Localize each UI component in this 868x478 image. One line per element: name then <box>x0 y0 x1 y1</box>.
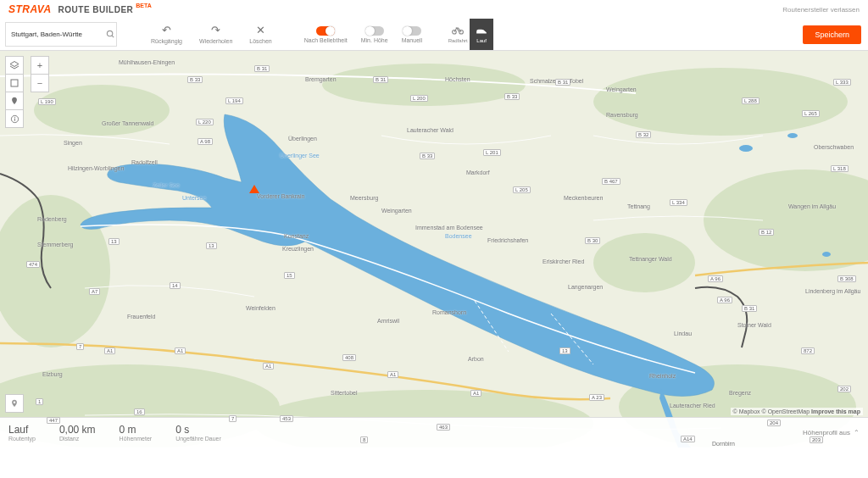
place-label: Überlingen <box>288 136 317 142</box>
place-label: Meckenbeuren <box>564 195 603 201</box>
svg-point-0 <box>107 31 112 36</box>
road-shield: L 220 <box>196 119 214 125</box>
run-label: Lauf <box>476 38 487 43</box>
road-shield: A 96 <box>717 297 732 303</box>
road-shield: L 265 <box>802 110 820 117</box>
manual-toggle[interactable]: Manuell <box>395 26 430 43</box>
layers-button[interactable] <box>5 56 24 75</box>
segments-button[interactable] <box>5 74 24 92</box>
road-shield: A1 <box>104 347 115 354</box>
svg-point-7 <box>593 68 848 136</box>
road-shield: B 33 <box>187 76 203 83</box>
place-label: Konstanz <box>284 233 309 239</box>
place-label: Eriskircher Ried <box>542 258 584 264</box>
road-shield: A 98 <box>198 138 213 145</box>
road-shield: L 333 <box>833 79 851 86</box>
place-label: Lindenberg im Allgäu <box>805 288 860 294</box>
road-shield: 872 <box>801 347 815 354</box>
place-label: Amriswil <box>377 318 399 324</box>
zoom-out-button[interactable]: − <box>31 74 49 92</box>
road-shield: A7 <box>89 288 100 295</box>
locate-button[interactable] <box>5 394 24 412</box>
place-label: Lauteracher Wald <box>407 127 453 133</box>
road-shield: A14 <box>681 436 695 442</box>
map-side-controls <box>5 56 24 127</box>
logo: STRAVA <box>8 3 52 15</box>
place-label: Hilzingen-Worblingen <box>68 165 124 171</box>
road-shield: 15 <box>284 272 295 279</box>
place-label: Markdorf <box>466 170 490 175</box>
place-label: Kreuzlingen <box>282 246 314 252</box>
map-attribution[interactable]: © Mapbox © OpenStreetMap Improve this ma… <box>731 408 863 415</box>
stat-time-value: 0 s <box>175 424 221 436</box>
road-shield: 202 <box>837 386 851 392</box>
sport-bike[interactable]: Radfahrt <box>446 19 470 50</box>
road-shield: B 31 <box>254 65 270 72</box>
beta-badge: BETA <box>136 3 152 8</box>
place-label: Vorderer Bankrain <box>257 193 304 199</box>
redo-button[interactable]: ↷ Wiederholen <box>191 25 241 44</box>
road-shield: A 96 <box>708 275 723 282</box>
road-shield: 447 <box>47 417 60 424</box>
elevation-profile-toggle[interactable]: Höhenprofil aus ⌃ <box>803 429 860 436</box>
place-label: Frauenfeld <box>127 314 155 320</box>
place-label: Immenstad am Bodensee <box>415 225 483 231</box>
place-label: Meersburg <box>350 195 378 201</box>
waypoint-button[interactable] <box>5 92 24 110</box>
road-shield: 204 <box>767 420 781 426</box>
bike-label: Radfahrt <box>448 38 468 43</box>
minelev-label: Min. Höhe <box>361 37 388 43</box>
clear-button[interactable]: ✕ Löschen <box>241 25 280 44</box>
road-shield: B 32 <box>636 131 651 138</box>
place-label: Langenargen <box>568 284 603 290</box>
place-label: Friedrichshafen <box>487 237 528 243</box>
road-shield: 453 <box>280 415 293 422</box>
place-label: Mühlhausen-Ehingen <box>119 59 175 65</box>
stat-type-value: Lauf <box>8 424 36 436</box>
road-shield: 7 <box>76 343 84 350</box>
road-shield: A1 <box>175 347 186 354</box>
road-shield: B 308 <box>837 275 856 282</box>
road-shield: L 288 <box>742 97 760 104</box>
sport-run[interactable]: Lauf <box>470 19 493 50</box>
svg-point-13 <box>593 233 695 292</box>
road-shield: 13 <box>206 242 217 249</box>
undo-button[interactable]: ↶ Rückgängig <box>142 25 191 44</box>
svg-point-14 <box>739 145 753 152</box>
place-label: Rodenberg <box>37 216 67 222</box>
place-label: Elzburg <box>42 371 63 377</box>
search-icon[interactable] <box>105 30 116 39</box>
redo-icon: ↷ <box>211 25 220 36</box>
svg-point-21 <box>14 402 16 404</box>
road-shield: 14 <box>170 282 181 289</box>
road-shield: B 33 <box>504 93 520 100</box>
footer: Lauf Routentyp 0,00 km Distanz 0 m Höhen… <box>0 417 868 447</box>
minelev-toggle[interactable]: Min. Höhe <box>354 26 395 43</box>
stat-elev-value: 0 m <box>120 424 153 436</box>
place-label: Tettnang <box>627 203 650 209</box>
info-button[interactable] <box>5 109 24 128</box>
place-label: Weingarten <box>381 208 412 214</box>
place-label: Bremgarten <box>305 76 337 82</box>
map[interactable]: Mühlhausen-EhingenHöchstenSchmalzegger T… <box>0 51 868 447</box>
place-label: Tettnanger Wald <box>629 256 672 262</box>
road-shield: L 190 <box>38 98 56 105</box>
exit-link[interactable]: Routenersteller verlassen <box>782 6 860 14</box>
search-input[interactable] <box>6 31 105 38</box>
stat-time-label: Ungefähre Dauer <box>175 436 221 442</box>
save-button[interactable]: Speichern <box>803 25 861 44</box>
place-label: Singen <box>64 140 82 146</box>
road-shield: 1 <box>36 398 43 405</box>
zoom-controls: + − <box>31 56 49 92</box>
place-label: Lauteracher Ried <box>670 403 715 409</box>
road-shield: 16 <box>134 409 145 415</box>
stat-distance: 0,00 km Distanz <box>59 424 96 442</box>
chevron-up-icon: ⌃ <box>854 429 860 436</box>
place-label: Weingarten <box>606 86 637 92</box>
place-label: Arbon <box>468 356 484 362</box>
zoom-in-button[interactable]: + <box>31 56 49 75</box>
toolbar: ↶ Rückgängig ↷ Wiederholen ✕ Löschen Nac… <box>0 19 868 51</box>
stat-distance-value: 0,00 km <box>59 424 96 436</box>
svg-point-15 <box>787 133 798 138</box>
popularity-toggle[interactable]: Nach Beliebtheit <box>298 26 354 43</box>
